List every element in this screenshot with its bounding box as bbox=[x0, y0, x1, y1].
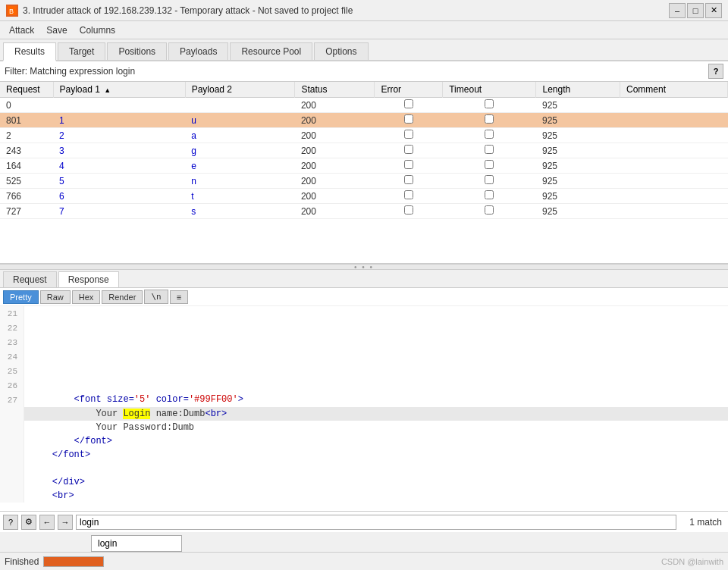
timeout-checkbox[interactable] bbox=[485, 99, 494, 108]
search-help-button[interactable]: ? bbox=[3, 515, 18, 530]
col-request[interactable]: Request bbox=[0, 82, 53, 98]
tab-options[interactable]: Options bbox=[314, 42, 368, 60]
tab-payloads[interactable]: Payloads bbox=[168, 42, 228, 60]
app-logo-icon: B bbox=[8, 6, 17, 15]
cell-error[interactable] bbox=[375, 98, 443, 113]
search-input[interactable] bbox=[76, 515, 676, 530]
cell-error[interactable] bbox=[375, 189, 443, 204]
cell-timeout[interactable] bbox=[443, 189, 536, 204]
cell-error[interactable] bbox=[375, 143, 443, 158]
cell-3: 200 bbox=[295, 113, 375, 128]
cell-error[interactable] bbox=[375, 113, 443, 128]
timeout-checkbox[interactable] bbox=[485, 205, 494, 215]
bottom-tabs: Request Response bbox=[0, 270, 728, 288]
cell-timeout[interactable] bbox=[443, 204, 536, 219]
cell-1 bbox=[53, 98, 185, 113]
code-line-password: Your Password:Dumb bbox=[0, 421, 728, 434]
fmt-menu[interactable]: ≡ bbox=[170, 290, 188, 304]
tab-response[interactable]: Response bbox=[58, 271, 119, 287]
cell-timeout[interactable] bbox=[443, 113, 536, 128]
table-row[interactable]: 2433g200925 bbox=[0, 143, 728, 158]
menu-save[interactable]: Save bbox=[40, 23, 73, 37]
fmt-newline[interactable]: \n bbox=[144, 290, 168, 304]
error-checkbox[interactable] bbox=[404, 205, 413, 215]
status-text: Finished bbox=[5, 556, 39, 567]
cell-error[interactable] bbox=[375, 204, 443, 219]
code-line-empty bbox=[0, 462, 728, 475]
col-payload2[interactable]: Payload 2 bbox=[185, 82, 295, 98]
content-area[interactable]: 21 22 23 24 25 26 27 <font size='5' colo… bbox=[0, 306, 728, 511]
menu-attack[interactable]: Attack bbox=[3, 23, 40, 37]
minimize-button[interactable]: – bbox=[669, 3, 686, 18]
menu-columns[interactable]: Columns bbox=[74, 23, 121, 37]
watermark: CSDN @lainwith bbox=[661, 557, 723, 566]
cell-length: 925 bbox=[536, 98, 620, 113]
table-row[interactable]: 7277s200925 bbox=[0, 204, 728, 219]
status-bar: Finished CSDN @lainwith bbox=[0, 552, 728, 570]
tab-resource-pool[interactable]: Resource Pool bbox=[230, 42, 312, 60]
resize-handle[interactable]: • • • bbox=[0, 264, 728, 270]
close-button[interactable]: ✕ bbox=[705, 3, 722, 18]
col-error[interactable]: Error bbox=[375, 82, 443, 98]
col-length[interactable]: Length bbox=[536, 82, 620, 98]
cell-2: s bbox=[185, 204, 295, 219]
filter-help-button[interactable]: ? bbox=[708, 64, 723, 79]
cell-1: 7 bbox=[53, 204, 185, 219]
cell-comment bbox=[620, 204, 727, 219]
cell-1: 6 bbox=[53, 189, 185, 204]
error-checkbox[interactable] bbox=[404, 190, 413, 199]
tab-request[interactable]: Request bbox=[3, 271, 57, 287]
autocomplete-item-login[interactable]: login bbox=[92, 536, 181, 551]
timeout-checkbox[interactable] bbox=[485, 160, 494, 169]
table-row[interactable]: 1644e200925 bbox=[0, 158, 728, 174]
table-row[interactable]: 0200925 bbox=[0, 98, 728, 113]
fmt-hex[interactable]: Hex bbox=[72, 290, 101, 304]
search-match-count: 1 match bbox=[679, 517, 725, 528]
cell-error[interactable] bbox=[375, 174, 443, 189]
col-comment[interactable]: Comment bbox=[620, 82, 727, 98]
code-line-br: <br> bbox=[0, 489, 728, 503]
fmt-raw[interactable]: Raw bbox=[40, 290, 71, 304]
tab-results[interactable]: Results bbox=[3, 42, 56, 61]
error-checkbox[interactable] bbox=[404, 145, 413, 154]
cell-timeout[interactable] bbox=[443, 158, 536, 174]
cell-2: e bbox=[185, 158, 295, 174]
cell-timeout[interactable] bbox=[443, 143, 536, 158]
cell-error[interactable] bbox=[375, 158, 443, 174]
error-checkbox[interactable] bbox=[404, 130, 413, 139]
error-checkbox[interactable] bbox=[404, 160, 413, 169]
cell-timeout[interactable] bbox=[443, 174, 536, 189]
search-forward-button[interactable]: → bbox=[58, 515, 73, 530]
search-bar: ? ⚙ ← → 1 match bbox=[0, 511, 728, 532]
tab-target[interactable]: Target bbox=[58, 42, 105, 60]
timeout-checkbox[interactable] bbox=[485, 114, 494, 124]
fmt-pretty[interactable]: Pretty bbox=[3, 290, 39, 304]
maximize-button[interactable]: □ bbox=[687, 3, 704, 18]
timeout-checkbox[interactable] bbox=[485, 175, 494, 184]
search-back-button[interactable]: ← bbox=[39, 515, 55, 530]
table-row[interactable]: 5255n200925 bbox=[0, 174, 728, 189]
cell-timeout[interactable] bbox=[443, 128, 536, 143]
cell-length: 925 bbox=[536, 189, 620, 204]
table-row[interactable]: 8011u200925 bbox=[0, 113, 728, 128]
timeout-checkbox[interactable] bbox=[485, 190, 494, 199]
cell-timeout[interactable] bbox=[443, 98, 536, 113]
timeout-checkbox[interactable] bbox=[485, 145, 494, 154]
settings-button[interactable]: ⚙ bbox=[21, 515, 36, 530]
tab-positions[interactable]: Positions bbox=[107, 42, 167, 60]
error-checkbox[interactable] bbox=[404, 99, 413, 108]
cell-2: a bbox=[185, 128, 295, 143]
cell-error[interactable] bbox=[375, 128, 443, 143]
col-status[interactable]: Status bbox=[295, 82, 375, 98]
error-checkbox[interactable] bbox=[404, 114, 413, 124]
table-row[interactable]: 7666t200925 bbox=[0, 189, 728, 204]
table-body: 02009258011u20092522a2009252433g20092516… bbox=[0, 98, 728, 219]
cell-3: 200 bbox=[295, 98, 375, 113]
col-payload1[interactable]: Payload 1 ▲ bbox=[53, 82, 185, 98]
table-row[interactable]: 22a200925 bbox=[0, 128, 728, 143]
fmt-render[interactable]: Render bbox=[102, 290, 143, 304]
error-checkbox[interactable] bbox=[404, 175, 413, 184]
cell-comment bbox=[620, 143, 727, 158]
timeout-checkbox[interactable] bbox=[485, 130, 494, 139]
col-timeout[interactable]: Timeout bbox=[443, 82, 536, 98]
